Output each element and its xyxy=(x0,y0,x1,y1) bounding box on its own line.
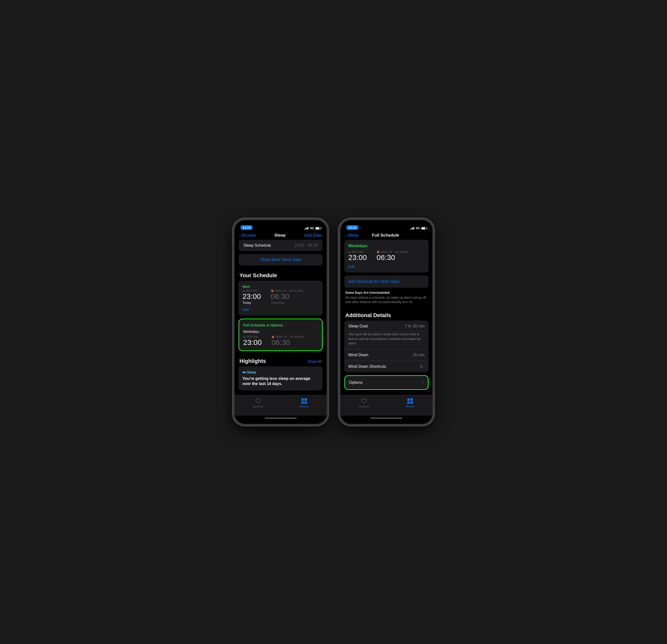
sleep-goal-value: 7 hr 30 min xyxy=(405,324,425,328)
sleep-bed-icon: 🛏 xyxy=(242,370,247,374)
bed-icon-2: 🛏 xyxy=(243,336,246,338)
options-chevron-icon: › xyxy=(423,380,424,385)
tab-browse-label-1: Browse xyxy=(300,405,308,408)
bed-icon-3: 🛏 xyxy=(348,251,351,253)
wind-down-value: 15 min xyxy=(413,353,425,357)
edit-link-2[interactable]: Edit xyxy=(348,264,425,269)
sleep-goal-label: Sleep Goal xyxy=(348,324,368,328)
next-time-row: 🛏 BEDTIME 23:00 Today 🔕 WAKE UP – NO ALA… xyxy=(242,290,319,305)
sleep-schedule-label: Sleep Schedule xyxy=(243,243,271,248)
home-indicator-2 xyxy=(340,416,433,424)
bed-icon: 🛏 xyxy=(242,290,245,292)
home-bar-2 xyxy=(370,418,403,419)
full-schedule-chevron-icon: › xyxy=(317,323,318,328)
sleep-highlight-label: 🛏 Sleep xyxy=(242,370,319,374)
alarm-icon-3: 🔕 xyxy=(377,251,379,253)
browse-grid-icon xyxy=(301,398,307,404)
signal-icon-2 xyxy=(410,227,414,229)
notch xyxy=(262,220,299,227)
wind-down-shortcuts-row[interactable]: Wind Down Shortcuts 3 › xyxy=(344,361,428,372)
weekdays-label: Weekdays xyxy=(348,244,425,248)
next-label: Next xyxy=(242,285,319,289)
full-schedule-bedtime-block: 🛏 BEDTIME 23:00 xyxy=(243,336,262,347)
battery-icon xyxy=(315,227,321,230)
home-indicator-1 xyxy=(234,416,327,424)
page-title-2: Full Schedule xyxy=(372,233,399,238)
chevron-left-icon: ‹ xyxy=(240,233,241,238)
signal-icon xyxy=(305,227,308,229)
carrier-label: 4G xyxy=(310,226,314,230)
tab-browse-label-2: Browse xyxy=(406,405,414,408)
wind-down-row[interactable]: Wind Down 15 min xyxy=(344,349,428,361)
full-schedule-time-row: 🛏 BEDTIME 23:00 🔕 WAKE UP – NO ALARM 06:… xyxy=(243,336,318,347)
weekdays-time-row: 🛏 BEDTIME 23:00 🔕 WAKE UP – NO ALARM 06:… xyxy=(348,251,425,261)
heart-icon xyxy=(255,398,261,404)
sleep-highlight-text: You're getting less sleep on average ove… xyxy=(242,376,319,386)
chevron-left-icon-2: ‹ xyxy=(345,233,347,238)
phone-1: 14:24 4G ‹ B xyxy=(232,218,329,426)
next-wakeup-value: 06:30 xyxy=(271,292,303,300)
wind-down-shortcuts-value: 3 › xyxy=(420,364,425,369)
next-bedtime-label: 🛏 BEDTIME xyxy=(242,290,261,292)
tab-bar-1: Summary Browse xyxy=(234,395,327,416)
add-data-button[interactable]: Add Data xyxy=(304,233,322,238)
sleep-goal-desc: Your goal will be used to keep track of … xyxy=(348,332,425,345)
add-schedule-btn[interactable]: Add Schedule for Other Days xyxy=(344,275,428,288)
status-right-2: 4G xyxy=(410,226,426,230)
additional-details-heading: Additional Details xyxy=(340,308,433,321)
back-label-1: Browse xyxy=(242,233,256,238)
status-time-2: 14:24 xyxy=(346,225,358,230)
next-wakeup-label: 🔕 WAKE UP – NO ALARM xyxy=(271,290,303,292)
next-card: Next 🛏 BEDTIME 23:00 Today � xyxy=(239,280,323,316)
back-label-2: Sleep xyxy=(348,233,358,238)
show-more-sleep-btn[interactable]: Show More Sleep Data xyxy=(239,254,323,265)
full-schedule-wakeup-block: 🔕 WAKE UP – NO ALARM 06:30 xyxy=(272,336,304,347)
options-button[interactable]: Options › xyxy=(344,375,428,390)
wind-down-shortcuts-chevron-icon: › xyxy=(423,364,425,369)
options-label: Options xyxy=(349,380,362,385)
carrier-label-2: 4G xyxy=(416,226,420,230)
browse-grid-icon-2 xyxy=(407,398,413,404)
weekdays-wakeup-block: 🔕 WAKE UP – NO ALARM 06:30 xyxy=(377,251,409,261)
battery-icon-2 xyxy=(421,227,426,230)
sleep-highlight-card: 🛏 Sleep You're getting less sleep on ave… xyxy=(239,366,323,390)
next-wakeup-block: 🔕 WAKE UP – NO ALARM 06:30 Tomorrow xyxy=(271,290,303,305)
weekdays-wakeup-value: 06:30 xyxy=(377,253,409,261)
sleep-schedule-value: 23:00 - 06:30 xyxy=(295,243,318,248)
nav-bar-2: ‹ Sleep Full Schedule xyxy=(340,231,433,240)
tab-summary-1[interactable]: Summary xyxy=(253,398,263,408)
sleep-schedule-row[interactable]: Sleep Schedule 23:00 - 06:30 xyxy=(239,240,323,251)
home-bar-1 xyxy=(264,418,297,419)
unscheduled-title: Some Days Are Unscheduled xyxy=(345,291,427,294)
next-bedtime-block: 🛏 BEDTIME 23:00 Today xyxy=(242,290,261,305)
highlights-header: Highlights Show All xyxy=(234,354,327,366)
weekdays-bedtime-value: 23:00 xyxy=(348,253,367,261)
tab-browse-1[interactable]: Browse xyxy=(300,398,308,408)
full-schedule-title: Full Schedule & Options xyxy=(243,323,283,327)
nav-bar-1: ‹ Browse Sleep Add Data xyxy=(234,231,327,240)
heart-icon-2 xyxy=(361,398,367,404)
full-schedule-card[interactable]: Full Schedule & Options › Weekdays 🛏 BED… xyxy=(239,319,323,351)
status-right-1: 4G xyxy=(305,226,321,230)
full-schedule-weekdays: Weekdays xyxy=(243,329,318,334)
weekdays-bedtime-label: 🛏 BEDTIME xyxy=(348,251,367,253)
your-schedule-heading: Your Schedule xyxy=(234,268,327,280)
full-schedule-bedtime-label: 🛏 BEDTIME xyxy=(243,336,262,338)
tab-browse-2[interactable]: Browse xyxy=(406,398,414,408)
highlights-heading: Highlights xyxy=(240,358,266,364)
back-button-1[interactable]: ‹ Browse xyxy=(240,233,256,238)
weekdays-bedtime-block: 🛏 BEDTIME 23:00 xyxy=(348,251,367,261)
edit-link-1[interactable]: Edit xyxy=(242,307,319,312)
full-schedule-wakeup-value: 06:30 xyxy=(272,338,304,347)
status-time-1: 14:24 xyxy=(241,225,253,230)
page-title-1: Sleep xyxy=(274,233,286,238)
full-schedule-wakeup-label: 🔕 WAKE UP – NO ALARM xyxy=(272,336,304,338)
browse-partial: Browse xyxy=(234,393,327,395)
back-button-2[interactable]: ‹ Sleep xyxy=(345,233,358,238)
tab-summary-label-2: Summary xyxy=(359,405,369,408)
show-all-link[interactable]: Show All xyxy=(307,359,322,364)
unscheduled-note: Some Days Are Unscheduled On days withou… xyxy=(340,289,433,308)
screen-content-2: Weekdays 🛏 BEDTIME 23:00 🔕 xyxy=(340,240,433,395)
tab-summary-2[interactable]: Summary xyxy=(359,398,369,408)
sleep-goal-row[interactable]: Sleep Goal 7 hr 30 min xyxy=(344,321,428,332)
